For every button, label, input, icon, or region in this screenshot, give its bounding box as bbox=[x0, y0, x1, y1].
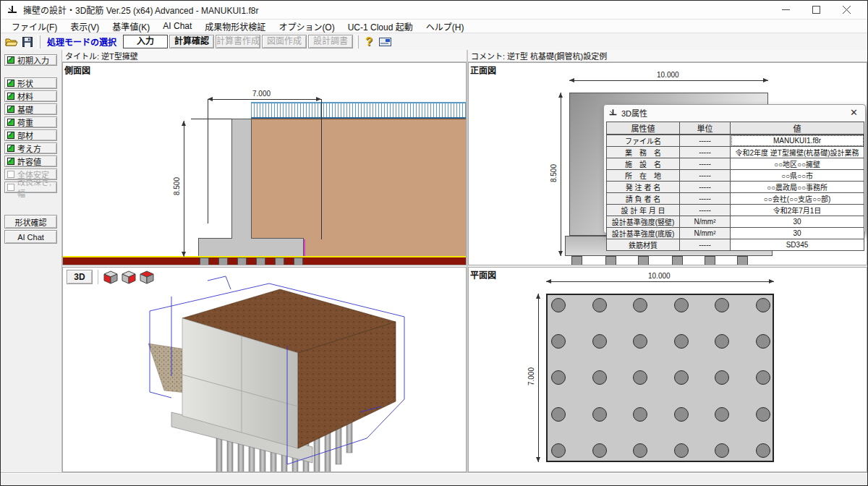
status-bar bbox=[1, 472, 867, 485]
menu-uc1-cloud[interactable]: UC-1 Cloud 起動 bbox=[341, 20, 420, 33]
menu-options[interactable]: オプション(O) bbox=[272, 20, 341, 33]
pile-stub bbox=[256, 257, 265, 265]
side-view-label: 側面図 bbox=[64, 64, 90, 76]
cube-side-view-icon[interactable] bbox=[122, 270, 137, 284]
table-row[interactable]: 設計基準強度(底版)N/mm²30 bbox=[607, 228, 864, 239]
toolbar-separator bbox=[356, 35, 359, 48]
pile-circle bbox=[551, 443, 566, 458]
virtual-back-line bbox=[304, 239, 305, 257]
pile-circle bbox=[551, 334, 566, 349]
plan-view-panel[interactable]: 平面図 10.000 7.000 bbox=[468, 267, 867, 472]
cube-top-view-icon[interactable] bbox=[140, 270, 155, 284]
toolbar-separator bbox=[38, 35, 41, 48]
dim-line-width bbox=[208, 99, 321, 100]
pile-circle bbox=[592, 407, 607, 422]
menu-standard-values[interactable]: 基準値(K) bbox=[106, 20, 156, 33]
3d-attributes-dialog[interactable]: 3D属性 ✕ 属性値単位値 ファイル名-----MANUKUI1.f8r 業 務… bbox=[603, 104, 866, 234]
pile-circle bbox=[674, 298, 689, 312]
sidebar-item-improve-depth: 改良深さ,幅 bbox=[4, 182, 57, 193]
mode-drawing-button[interactable]: 図面作成 bbox=[262, 35, 307, 48]
save-button[interactable] bbox=[20, 35, 35, 49]
table-row[interactable]: 設 計 年 月 日-----令和2年7月1日 bbox=[607, 205, 864, 216]
dialog-title-bar[interactable]: 3D属性 ✕ bbox=[604, 105, 865, 120]
pile-circle bbox=[592, 370, 607, 385]
mode-report-button[interactable]: 計算書作成 bbox=[216, 35, 260, 48]
table-row[interactable]: ファイル名-----MANUKUI1.f8r bbox=[607, 135, 864, 147]
cube-front-view-icon[interactable] bbox=[103, 270, 119, 284]
pile-circle bbox=[674, 334, 689, 349]
table-row[interactable]: 設計基準強度(竪壁)N/mm²30 bbox=[607, 216, 864, 228]
checkbox-checked-icon bbox=[7, 80, 14, 87]
pile-circle bbox=[592, 334, 607, 349]
mode-input-button[interactable]: 入力 bbox=[123, 35, 168, 48]
pile-circle bbox=[592, 443, 607, 458]
pile-circle bbox=[551, 298, 566, 312]
table-row[interactable]: 鉄筋材質-----SD345 bbox=[607, 239, 864, 251]
pile-circle bbox=[633, 443, 647, 458]
menu-help[interactable]: ヘルプ(H) bbox=[420, 20, 471, 33]
pile-stub bbox=[705, 256, 715, 265]
dialog-title: 3D属性 bbox=[621, 107, 847, 119]
pile-stub bbox=[737, 256, 748, 265]
dim-value-height: 7.000 bbox=[527, 367, 535, 385]
minimize-button[interactable] bbox=[770, 1, 801, 19]
table-header-row: 属性値単位値 bbox=[607, 122, 864, 135]
menu-deliverable-check[interactable]: 成果物形状検証 bbox=[198, 20, 272, 33]
table-row[interactable]: 所 在 地-----○○県○○市 bbox=[607, 170, 864, 182]
sidebar-item-load[interactable]: 荷重 bbox=[4, 116, 57, 128]
checkbox-checked-icon bbox=[7, 56, 14, 64]
pile-circle bbox=[756, 407, 770, 422]
maximize-button[interactable] bbox=[801, 1, 831, 19]
pile-circle bbox=[551, 407, 566, 422]
surcharge-load-hatch bbox=[251, 102, 466, 119]
sidebar-item-shape[interactable]: 形状 bbox=[4, 77, 57, 89]
shape-confirm-button[interactable]: 形状確認 bbox=[4, 215, 57, 229]
side-view-panel[interactable]: 側面図 bbox=[62, 62, 467, 265]
dim-line-height bbox=[538, 294, 539, 462]
menu-bar: ファイル(F) 表示(V) 基準値(K) AI Chat 成果物形状検証 オプシ… bbox=[1, 20, 867, 33]
table-row[interactable]: 施 設 名-----○○地区○○擁壁 bbox=[607, 158, 864, 170]
pile-circle bbox=[715, 298, 729, 312]
checkbox-checked-icon bbox=[7, 106, 14, 113]
checkbox-unchecked-icon bbox=[7, 184, 14, 191]
checkbox-unchecked-icon bbox=[7, 171, 14, 178]
checkbox-checked-icon bbox=[7, 119, 14, 126]
menu-file[interactable]: ファイル(F) bbox=[5, 20, 64, 33]
pile-stub bbox=[218, 257, 228, 265]
news-window-icon[interactable] bbox=[377, 35, 393, 49]
mode-calc-check-button[interactable]: 計算確認 bbox=[169, 35, 214, 48]
sidebar-item-approach[interactable]: 考え方 bbox=[4, 142, 57, 154]
window-title: 擁壁の設計・3D配筋 Ver.25 (x64) Advanced - MANUK… bbox=[23, 4, 258, 16]
open-file-button[interactable] bbox=[4, 35, 20, 49]
menu-view[interactable]: 表示(V) bbox=[64, 20, 106, 33]
3d-model bbox=[63, 268, 467, 472]
help-icon[interactable]: ? bbox=[361, 35, 377, 49]
dialog-close-icon[interactable]: ✕ bbox=[847, 107, 861, 118]
mode-design-doc-button[interactable]: 設計調書 bbox=[308, 35, 353, 48]
close-button[interactable] bbox=[831, 1, 861, 19]
dim-value-height: 8.500 bbox=[173, 177, 181, 195]
sidebar-item-allowable[interactable]: 許容値 bbox=[4, 155, 57, 167]
sidebar-item-foundation[interactable]: 基礎 bbox=[4, 103, 57, 115]
3d-button[interactable]: 3D bbox=[67, 270, 93, 284]
dim-line-height bbox=[184, 121, 184, 257]
pile-circle bbox=[633, 298, 647, 312]
sidebar-item-initial-input[interactable]: 初期入力 bbox=[4, 54, 57, 66]
table-row[interactable]: 業 務 名-----令和2年度 逆T型擁壁(杭基礎)設計業務 bbox=[607, 147, 864, 158]
pile-stub bbox=[294, 257, 303, 265]
pile-circle bbox=[715, 334, 729, 349]
sidebar-item-member[interactable]: 部材 bbox=[4, 129, 57, 141]
pile-circle bbox=[674, 443, 689, 458]
sidebar-item-material[interactable]: 材料 bbox=[4, 90, 57, 102]
dim-line-width bbox=[546, 281, 774, 282]
attributes-table: 属性値単位値 ファイル名-----MANUKUI1.f8r 業 務 名-----… bbox=[606, 122, 864, 251]
table-row[interactable]: 請 負 者 名-----○○会社(○○支店○○部) bbox=[607, 193, 864, 205]
view-3d-panel[interactable]: 3D bbox=[62, 267, 467, 472]
menu-ai-chat[interactable]: AI Chat bbox=[156, 20, 198, 32]
ai-chat-button[interactable]: AI Chat bbox=[4, 230, 57, 244]
app-icon bbox=[7, 5, 18, 15]
app-window: 擁壁の設計・3D配筋 Ver.25 (x64) Advanced - MANUK… bbox=[0, 0, 868, 486]
table-row[interactable]: 発 注 者 名-----○○農政局○○事務所 bbox=[607, 182, 864, 193]
pile-circle bbox=[756, 443, 770, 458]
3d-view-toolbar bbox=[98, 270, 155, 284]
